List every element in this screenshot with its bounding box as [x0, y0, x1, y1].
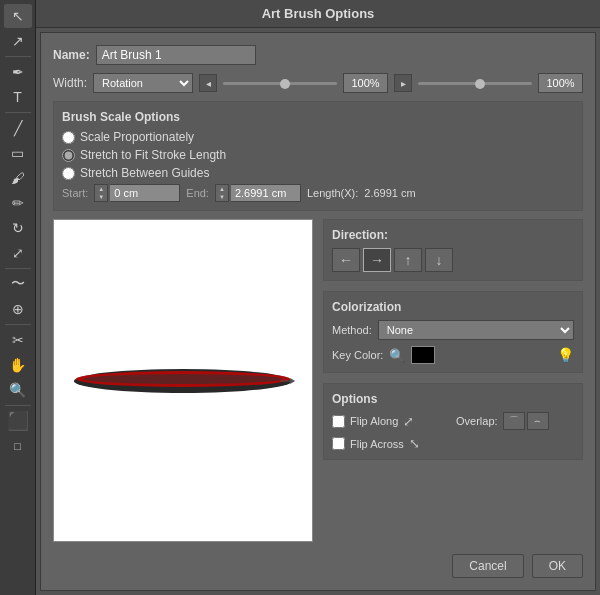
toolbar-divider-3 — [5, 268, 31, 269]
radio-stretch-between: Stretch Between Guides — [62, 166, 574, 180]
width-label: Width: — [53, 76, 87, 90]
type-tool[interactable]: T — [4, 85, 32, 109]
start-down[interactable]: ▼ — [95, 193, 107, 201]
line-tool[interactable]: ╱ — [4, 116, 32, 140]
toolbar-divider-4 — [5, 324, 31, 325]
method-select[interactable]: None Tints Tints and Shades Hue Shift — [378, 320, 574, 340]
toolbar-divider-5 — [5, 405, 31, 406]
light-icon: 💡 — [557, 347, 574, 363]
start-up[interactable]: ▲ — [95, 185, 107, 193]
colorization-section: Colorization Method: None Tints Tints an… — [323, 291, 583, 373]
toolbar-divider-1 — [5, 56, 31, 57]
width-arrow-left[interactable]: ◂ — [199, 74, 217, 92]
flip-across-checkbox[interactable] — [332, 437, 345, 450]
radio-stretch-between-label: Stretch Between Guides — [80, 166, 209, 180]
toolbar: ↖ ↗ ✒ T ╱ ▭ 🖌 ✏ ↻ ⤢ 〜 ⊕ ✂ ✋ 🔍 ⬛ □ — [0, 0, 36, 595]
options-section: Options Flip Along ⤢ Overlap: ⌒ ⌢ — [323, 383, 583, 460]
warp-tool[interactable]: 〜 — [4, 272, 32, 296]
dir-down-btn[interactable]: ↓ — [425, 248, 453, 272]
direction-buttons: ← → ↑ ↓ — [332, 248, 574, 272]
width-slider-right — [418, 82, 532, 85]
flip-across-row: Flip Across ⤡ — [332, 436, 450, 451]
title-text: Art Brush Options — [262, 6, 375, 21]
right-panel: Direction: ← → ↑ ↓ Colorization Method: … — [323, 219, 583, 542]
overlap-btn-1[interactable]: ⌒ — [503, 412, 525, 430]
dir-right-btn[interactable]: → — [363, 248, 391, 272]
name-label: Name: — [53, 48, 90, 62]
radio-stretch-between-input[interactable] — [62, 167, 75, 180]
rotate-tool[interactable]: ↻ — [4, 216, 32, 240]
start-field[interactable] — [110, 184, 180, 202]
scale-tool[interactable]: ⤢ — [4, 241, 32, 265]
radio-scale-proportionately: Scale Proportionately — [62, 130, 574, 144]
width-slider-left — [223, 82, 337, 85]
brush-scale-section: Brush Scale Options Scale Proportionatel… — [53, 101, 583, 211]
color-swatch[interactable] — [411, 346, 435, 364]
radio-scale-prop-input[interactable] — [62, 131, 75, 144]
colorization-title: Colorization — [332, 300, 574, 314]
options-grid: Flip Along ⤢ Overlap: ⌒ ⌢ Fli — [332, 412, 574, 451]
end-input-wrap: ▲ ▼ — [215, 184, 301, 202]
main-area: Art Brush Options Name: Width: Rotation … — [36, 0, 600, 595]
overlap-btn-2[interactable]: ⌢ — [527, 412, 549, 430]
slider-thumb-left[interactable] — [280, 79, 290, 89]
start-label: Start: — [62, 187, 88, 199]
end-stepper[interactable]: ▲ ▼ — [215, 184, 229, 202]
flip-along-checkbox[interactable] — [332, 415, 345, 428]
blend-tool[interactable]: ⊕ — [4, 297, 32, 321]
brush-stroke-group — [74, 369, 295, 393]
dialog-footer: Cancel OK — [53, 550, 583, 578]
svg-point-2 — [84, 374, 282, 384]
paintbrush-tool[interactable]: 🖌 — [4, 166, 32, 190]
flip-across-icon: ⤡ — [409, 436, 420, 451]
slider-thumb-right[interactable] — [475, 79, 485, 89]
length-value: 2.6991 cm — [364, 187, 415, 199]
eyedropper-icon[interactable]: 🔍 — [389, 348, 405, 363]
rect-tool[interactable]: ▭ — [4, 141, 32, 165]
width-row: Width: Rotation Fixed Pressure ◂ ▸ — [53, 73, 583, 93]
direction-section: Direction: ← → ↑ ↓ — [323, 219, 583, 281]
pen-tool[interactable]: ✒ — [4, 60, 32, 84]
key-color-row: Key Color: 🔍 💡 — [332, 346, 574, 364]
width-percent-2[interactable] — [538, 73, 583, 93]
scissors-tool[interactable]: ✂ — [4, 328, 32, 352]
width-select[interactable]: Rotation Fixed Pressure — [93, 73, 193, 93]
radio-stretch-to-fit: Stretch to Fit Stroke Length — [62, 148, 574, 162]
radio-stretch-fit-input[interactable] — [62, 149, 75, 162]
end-down[interactable]: ▼ — [216, 193, 228, 201]
options-title: Options — [332, 392, 574, 406]
stroke-box[interactable]: □ — [4, 434, 32, 458]
select-tool[interactable]: ↖ — [4, 4, 32, 28]
method-row: Method: None Tints Tints and Shades Hue … — [332, 320, 574, 340]
ok-button[interactable]: OK — [532, 554, 583, 578]
overlap-label: Overlap: — [456, 415, 498, 427]
cancel-button[interactable]: Cancel — [452, 554, 523, 578]
dialog-body: Name: Width: Rotation Fixed Pressure ◂ ▸ — [40, 32, 596, 591]
width-percent-1[interactable] — [343, 73, 388, 93]
start-input-wrap: ▲ ▼ — [94, 184, 180, 202]
slider-track-left[interactable] — [223, 82, 337, 85]
zoom-tool[interactable]: 🔍 — [4, 378, 32, 402]
hand-tool[interactable]: ✋ — [4, 353, 32, 377]
svg-marker-4 — [290, 378, 295, 384]
content-area: Direction: ← → ↑ ↓ Colorization Method: … — [53, 219, 583, 542]
method-label: Method: — [332, 324, 372, 336]
slider-track-right[interactable] — [418, 82, 532, 85]
flip-along-label: Flip Along — [350, 415, 398, 427]
end-field[interactable] — [231, 184, 301, 202]
end-up[interactable]: ▲ — [216, 185, 228, 193]
direction-title: Direction: — [332, 228, 574, 242]
name-input[interactable] — [96, 45, 256, 65]
dir-up-btn[interactable]: ↑ — [394, 248, 422, 272]
toolbar-divider-2 — [5, 112, 31, 113]
key-color-label: Key Color: — [332, 349, 383, 361]
pencil-tool[interactable]: ✏ — [4, 191, 32, 215]
width-arrow-right[interactable]: ▸ — [394, 74, 412, 92]
brush-scale-title: Brush Scale Options — [62, 110, 574, 124]
dir-left-btn[interactable]: ← — [332, 248, 360, 272]
start-stepper[interactable]: ▲ ▼ — [94, 184, 108, 202]
direct-select-tool[interactable]: ↗ — [4, 29, 32, 53]
fill-box[interactable]: ⬛ — [4, 409, 32, 433]
name-row: Name: — [53, 45, 583, 65]
radio-stretch-fit-label: Stretch to Fit Stroke Length — [80, 148, 226, 162]
